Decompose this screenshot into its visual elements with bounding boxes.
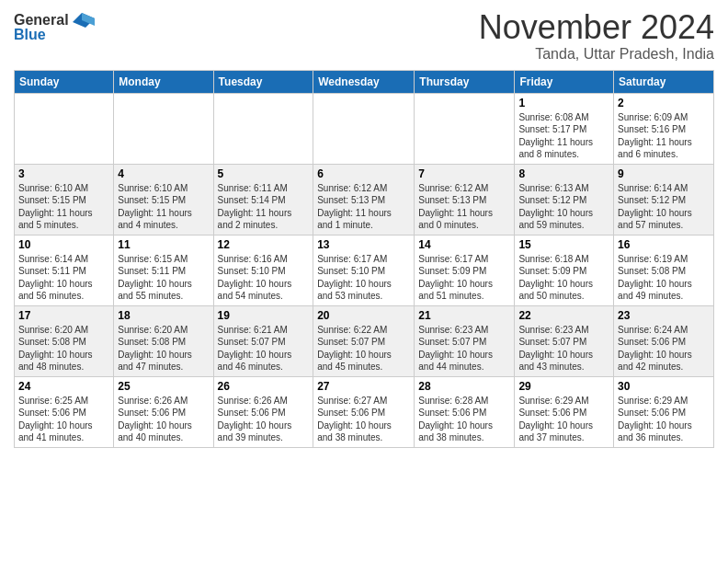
day-number: 29 [518,380,609,393]
day-number: 9 [618,167,710,180]
day-info: Sunrise: 6:15 AM Sunset: 5:11 PM Dayligh… [118,253,209,303]
page: General Blue November 2024 Tanda, Uttar … [0,0,728,563]
day-cell: 18Sunrise: 6:20 AM Sunset: 5:08 PM Dayli… [114,305,213,376]
day-cell: 29Sunrise: 6:29 AM Sunset: 5:06 PM Dayli… [515,376,614,447]
logo-general: General [14,13,69,28]
day-number: 10 [18,238,109,251]
day-cell: 6Sunrise: 6:12 AM Sunset: 5:13 PM Daylig… [313,164,415,235]
day-info: Sunrise: 6:17 AM Sunset: 5:09 PM Dayligh… [418,253,510,303]
col-header-saturday: Saturday [614,70,714,93]
calendar-table: SundayMondayTuesdayWednesdayThursdayFrid… [14,70,714,448]
day-cell: 13Sunrise: 6:17 AM Sunset: 5:10 PM Dayli… [313,235,415,305]
week-row-3: 10Sunrise: 6:14 AM Sunset: 5:11 PM Dayli… [15,235,714,305]
week-row-5: 24Sunrise: 6:25 AM Sunset: 5:06 PM Dayli… [15,376,714,447]
header-row: SundayMondayTuesdayWednesdayThursdayFrid… [15,70,714,93]
day-info: Sunrise: 6:09 AM Sunset: 5:16 PM Dayligh… [618,111,710,161]
day-number: 4 [118,167,209,180]
header: General Blue November 2024 Tanda, Uttar … [14,9,714,63]
day-number: 12 [218,238,310,251]
day-number: 3 [18,167,109,180]
day-cell: 11Sunrise: 6:15 AM Sunset: 5:11 PM Dayli… [114,235,213,305]
week-row-1: 1Sunrise: 6:08 AM Sunset: 5:17 PM Daylig… [15,93,714,164]
col-header-sunday: Sunday [15,70,114,93]
day-info: Sunrise: 6:22 AM Sunset: 5:07 PM Dayligh… [317,324,410,373]
day-info: Sunrise: 6:24 AM Sunset: 5:06 PM Dayligh… [618,324,710,373]
day-info: Sunrise: 6:10 AM Sunset: 5:15 PM Dayligh… [18,182,109,232]
day-number: 7 [418,167,510,180]
day-number: 15 [518,238,609,251]
day-number: 24 [18,380,109,393]
day-info: Sunrise: 6:26 AM Sunset: 5:06 PM Dayligh… [118,395,209,444]
day-number: 11 [118,238,209,251]
day-info: Sunrise: 6:14 AM Sunset: 5:12 PM Dayligh… [618,182,710,232]
day-cell: 23Sunrise: 6:24 AM Sunset: 5:06 PM Dayli… [614,305,714,376]
day-info: Sunrise: 6:10 AM Sunset: 5:15 PM Dayligh… [118,182,209,232]
day-info: Sunrise: 6:20 AM Sunset: 5:08 PM Dayligh… [118,324,209,373]
day-number: 13 [317,238,410,251]
day-number: 20 [317,309,410,322]
day-info: Sunrise: 6:12 AM Sunset: 5:13 PM Dayligh… [317,182,410,232]
title-block: November 2024 Tanda, Uttar Pradesh, Indi… [479,9,714,63]
logo-text: General Blue [14,13,69,42]
day-cell [114,93,213,164]
week-row-4: 17Sunrise: 6:20 AM Sunset: 5:08 PM Dayli… [15,305,714,376]
day-cell: 9Sunrise: 6:14 AM Sunset: 5:12 PM Daylig… [614,164,714,235]
day-number: 26 [218,380,310,393]
day-cell: 22Sunrise: 6:23 AM Sunset: 5:07 PM Dayli… [515,305,614,376]
day-cell: 19Sunrise: 6:21 AM Sunset: 5:07 PM Dayli… [213,305,313,376]
day-cell: 28Sunrise: 6:28 AM Sunset: 5:06 PM Dayli… [415,376,515,447]
day-cell: 14Sunrise: 6:17 AM Sunset: 5:09 PM Dayli… [415,235,515,305]
day-cell: 10Sunrise: 6:14 AM Sunset: 5:11 PM Dayli… [15,235,114,305]
day-info: Sunrise: 6:25 AM Sunset: 5:06 PM Dayligh… [18,395,109,444]
col-header-tuesday: Tuesday [213,70,313,93]
subtitle: Tanda, Uttar Pradesh, India [479,46,714,63]
day-cell: 15Sunrise: 6:18 AM Sunset: 5:09 PM Dayli… [515,235,614,305]
month-title: November 2024 [479,9,714,46]
day-info: Sunrise: 6:11 AM Sunset: 5:14 PM Dayligh… [218,182,310,232]
day-cell [15,93,114,164]
day-number: 30 [618,380,710,393]
day-info: Sunrise: 6:23 AM Sunset: 5:07 PM Dayligh… [418,324,510,373]
day-number: 19 [218,309,310,322]
day-cell: 20Sunrise: 6:22 AM Sunset: 5:07 PM Dayli… [313,305,415,376]
day-cell: 25Sunrise: 6:26 AM Sunset: 5:06 PM Dayli… [114,376,213,447]
col-header-monday: Monday [114,70,213,93]
col-header-thursday: Thursday [415,70,515,93]
day-info: Sunrise: 6:08 AM Sunset: 5:17 PM Dayligh… [518,111,609,161]
day-cell: 30Sunrise: 6:29 AM Sunset: 5:06 PM Dayli… [614,376,714,447]
day-info: Sunrise: 6:13 AM Sunset: 5:12 PM Dayligh… [518,182,609,232]
day-number: 2 [618,97,710,109]
day-cell: 7Sunrise: 6:12 AM Sunset: 5:13 PM Daylig… [415,164,515,235]
day-number: 25 [118,380,209,393]
day-number: 14 [418,238,510,251]
day-cell: 24Sunrise: 6:25 AM Sunset: 5:06 PM Dayli… [15,376,114,447]
day-info: Sunrise: 6:28 AM Sunset: 5:06 PM Dayligh… [418,395,510,444]
day-number: 23 [618,309,710,322]
day-info: Sunrise: 6:19 AM Sunset: 5:08 PM Dayligh… [618,253,710,303]
col-header-friday: Friday [515,70,614,93]
day-number: 28 [418,380,510,393]
day-cell [415,93,515,164]
day-cell: 27Sunrise: 6:27 AM Sunset: 5:06 PM Dayli… [313,376,415,447]
logo-blue: Blue [14,28,69,42]
day-cell: 4Sunrise: 6:10 AM Sunset: 5:15 PM Daylig… [114,164,213,235]
day-cell [213,93,313,164]
day-cell: 17Sunrise: 6:20 AM Sunset: 5:08 PM Dayli… [15,305,114,376]
day-number: 16 [618,238,710,251]
day-info: Sunrise: 6:18 AM Sunset: 5:09 PM Dayligh… [518,253,609,303]
day-cell [313,93,415,164]
day-number: 21 [418,309,510,322]
day-info: Sunrise: 6:27 AM Sunset: 5:06 PM Dayligh… [317,395,410,444]
day-cell: 8Sunrise: 6:13 AM Sunset: 5:12 PM Daylig… [515,164,614,235]
day-cell: 16Sunrise: 6:19 AM Sunset: 5:08 PM Dayli… [614,235,714,305]
day-cell: 2Sunrise: 6:09 AM Sunset: 5:16 PM Daylig… [614,93,714,164]
day-number: 6 [317,167,410,180]
week-row-2: 3Sunrise: 6:10 AM Sunset: 5:15 PM Daylig… [15,164,714,235]
day-info: Sunrise: 6:16 AM Sunset: 5:10 PM Dayligh… [218,253,310,303]
day-number: 8 [518,167,609,180]
day-info: Sunrise: 6:12 AM Sunset: 5:13 PM Dayligh… [418,182,510,232]
day-info: Sunrise: 6:21 AM Sunset: 5:07 PM Dayligh… [218,324,310,373]
day-info: Sunrise: 6:14 AM Sunset: 5:11 PM Dayligh… [18,253,109,303]
day-info: Sunrise: 6:29 AM Sunset: 5:06 PM Dayligh… [518,395,609,444]
logo-icon [73,13,95,35]
